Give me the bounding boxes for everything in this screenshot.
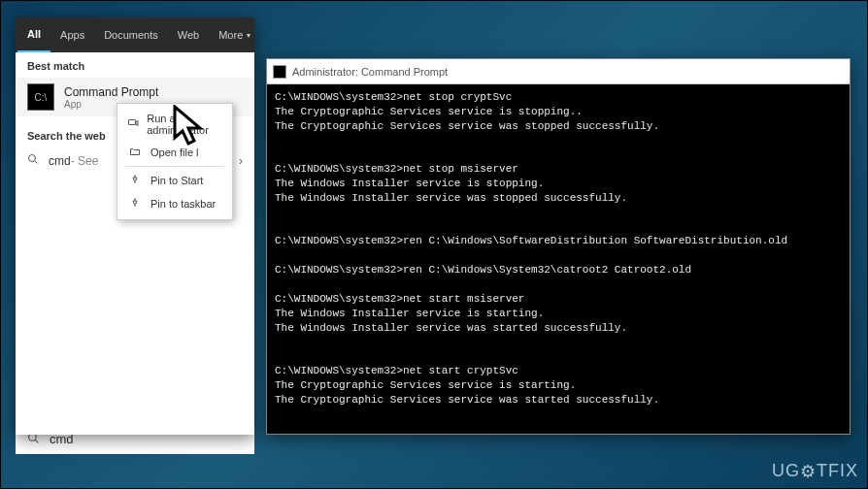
search-icon (27, 153, 39, 168)
tab-all[interactable]: All (17, 17, 50, 52)
svg-point-0 (29, 155, 36, 162)
web-result-query: cmd (49, 154, 71, 168)
ctx-open-file-location-label: Open file l (150, 147, 199, 158)
tab-more[interactable]: More ▾ (209, 17, 260, 52)
gear-icon: ⚙ (800, 461, 817, 482)
cmd-body[interactable]: C:\WINDOWS\system32>net stop cryptSvc Th… (267, 84, 850, 434)
pin-icon (127, 197, 143, 211)
cmd-app-icon: C:\ (27, 83, 54, 111)
svg-rect-4 (129, 120, 136, 125)
ctx-pin-to-taskbar-label: Pin to taskbar (150, 198, 216, 210)
ctx-run-as-admin-label: Run as administrator (147, 113, 222, 136)
context-menu: Run as administrator Open file l Pin to … (117, 103, 233, 220)
cmd-window-icon (273, 65, 286, 79)
tab-documents[interactable]: Documents (94, 17, 168, 52)
cmd-titlebar[interactable]: Administrator: Command Prompt (267, 59, 850, 84)
tab-web[interactable]: Web (168, 17, 209, 52)
cmd-title-text: Administrator: Command Prompt (292, 66, 448, 78)
svg-line-1 (35, 161, 38, 164)
cmd-window: Administrator: Command Prompt C:\WINDOWS… (266, 58, 851, 435)
ctx-open-file-location[interactable]: Open file l (117, 141, 232, 164)
chevron-right-icon: › (239, 154, 243, 168)
pin-icon (127, 174, 143, 187)
chevron-down-icon: ▾ (247, 31, 250, 40)
shield-icon (127, 117, 139, 131)
search-panel: All Apps Documents Web More ▾ Best match… (16, 17, 254, 435)
web-result-suffix: - See (71, 154, 99, 168)
tab-apps[interactable]: Apps (50, 17, 94, 52)
folder-icon (127, 146, 143, 159)
ctx-pin-to-start[interactable]: Pin to Start (117, 169, 232, 192)
ctx-separator (125, 166, 224, 167)
ctx-run-as-admin[interactable]: Run as administrator (117, 108, 232, 141)
ctx-pin-to-taskbar[interactable]: Pin to taskbar (117, 192, 232, 215)
result-title: Command Prompt (64, 85, 158, 99)
search-tabs: All Apps Documents Web More ▾ (16, 17, 254, 52)
best-match-header: Best match (16, 52, 254, 78)
tab-more-label: More (218, 29, 243, 41)
ctx-pin-to-start-label: Pin to Start (150, 175, 203, 186)
svg-line-3 (35, 440, 38, 442)
watermark: UG⚙TFIX (772, 460, 858, 481)
